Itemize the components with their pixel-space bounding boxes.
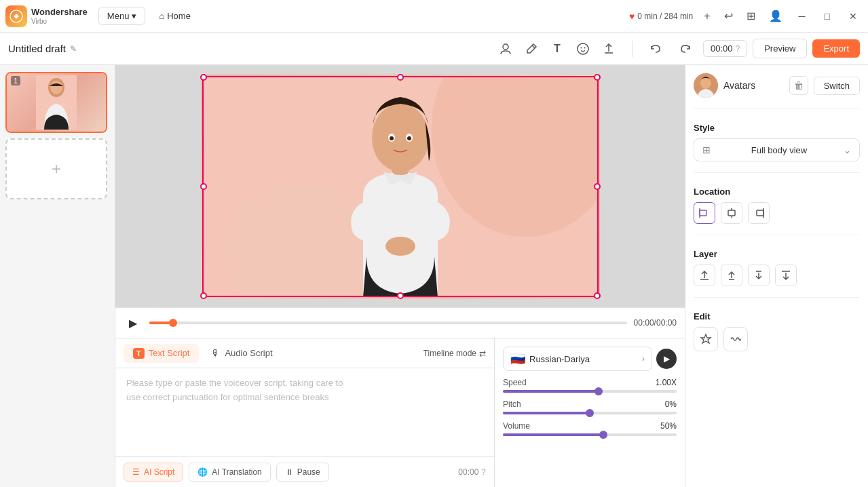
- logo-text: Wondershare Virbo: [31, 7, 88, 25]
- svg-point-3: [578, 43, 588, 54]
- speed-slider[interactable]: [503, 390, 677, 393]
- play-button[interactable]: ▶: [124, 313, 143, 332]
- edit-wave-button[interactable]: [723, 327, 748, 351]
- script-left: T Text Script 🎙 Audio Script Timeline mo…: [115, 338, 495, 487]
- topbar-right: ♥ 0 min / 284 min + ↩ ⊞ 👤 ─ □ ✕: [629, 7, 863, 25]
- pitch-slider[interactable]: [503, 412, 677, 414]
- avatar-tool-button[interactable]: [493, 37, 518, 61]
- svg-line-2: [532, 45, 535, 48]
- svg-point-5: [584, 47, 585, 48]
- script-tabs: T Text Script 🎙 Audio Script Timeline mo…: [115, 338, 494, 368]
- speed-thumb[interactable]: [595, 387, 603, 395]
- play-voice-button[interactable]: ▶: [656, 349, 677, 369]
- svg-point-14: [372, 104, 429, 172]
- svg-point-20: [700, 77, 711, 89]
- delete-avatar-button[interactable]: 🗑: [789, 76, 808, 95]
- layout-button[interactable]: ⊞: [744, 7, 758, 25]
- time-display: 00:00/00:00: [634, 318, 677, 328]
- pause-icon: ⏸: [285, 467, 293, 477]
- emoji-tool-button[interactable]: [571, 37, 595, 61]
- volume-slider[interactable]: [503, 433, 677, 436]
- menu-button[interactable]: Menu ▾: [98, 7, 146, 25]
- voice-selector[interactable]: 🇷🇺 Russian-Dariya ›: [503, 347, 652, 371]
- pitch-label: Pitch: [503, 400, 521, 409]
- brush-tool-button[interactable]: [519, 37, 544, 61]
- layer-up-button[interactable]: [721, 265, 742, 286]
- slide-thumbnail: [7, 73, 106, 132]
- topbar: Wondershare Virbo Menu ▾ ⌂ Home ♥ 0 min …: [0, 0, 868, 33]
- script-actions: ☰ AI Script 🌐 AI Translation ⏸ Pause 00:…: [115, 456, 494, 487]
- align-center-button[interactable]: [721, 202, 742, 224]
- align-left-button[interactable]: [694, 202, 715, 224]
- divider-3: [694, 235, 860, 235]
- divider-1: [694, 109, 860, 109]
- minimize-button[interactable]: ─: [793, 8, 811, 24]
- timer-help-icon[interactable]: ?: [735, 44, 740, 54]
- maximize-button[interactable]: □: [819, 8, 835, 24]
- slide-item[interactable]: 1: [5, 72, 107, 133]
- script-body[interactable]: Please type or paste the voiceover scrip…: [115, 368, 494, 456]
- file-title-text: Untitled draft: [8, 43, 66, 54]
- canvas-content: [201, 75, 600, 298]
- tab-audio-script[interactable]: 🎙 Audio Script: [202, 344, 282, 363]
- canvas-column: ▶ 00:00/00:00 T Text Script 🎙 Audio Scri…: [115, 65, 685, 487]
- pitch-thumb[interactable]: [586, 409, 594, 417]
- progress-track[interactable]: [149, 322, 627, 324]
- style-select[interactable]: ⊞ Full body view ⌄: [694, 138, 860, 161]
- style-select-icon: ⊞: [702, 144, 711, 155]
- layer-to-top-button[interactable]: [694, 265, 715, 286]
- undo-button[interactable]: [643, 37, 668, 61]
- tab-text-script[interactable]: T Text Script: [124, 344, 199, 363]
- layer-section-title: Layer: [694, 249, 860, 259]
- heart-icon: ♥: [629, 11, 635, 22]
- svg-point-1: [503, 44, 508, 50]
- avatar-header: Avatars 🗑 Switch: [694, 73, 860, 98]
- style-section: Style ⊞ Full body view ⌄: [694, 120, 860, 161]
- progress-thumb[interactable]: [169, 319, 177, 327]
- location-section: Location: [694, 184, 860, 224]
- edit-section-title: Edit: [694, 311, 860, 322]
- script-timer-help[interactable]: ?: [481, 467, 486, 477]
- layer-to-bottom-button[interactable]: [775, 265, 797, 286]
- timeline-bar: ▶ 00:00/00:00: [115, 307, 685, 338]
- pause-button[interactable]: ⏸ Pause: [276, 463, 329, 482]
- switch-avatar-button[interactable]: Switch: [814, 77, 860, 95]
- svg-rect-26: [757, 210, 763, 216]
- align-right-button[interactable]: [748, 202, 770, 224]
- file-title-area: Untitled draft ✎: [8, 43, 77, 54]
- credits-display: ♥ 0 min / 284 min: [629, 11, 693, 22]
- voice-name: Russian-Dariya: [529, 354, 638, 364]
- style-chevron-icon: ⌄: [844, 145, 851, 155]
- style-select-value: Full body view: [751, 145, 807, 155]
- text-script-icon: T: [133, 348, 145, 359]
- ai-translation-button[interactable]: 🌐 AI Translation: [189, 463, 270, 482]
- pitch-value: 0%: [665, 400, 677, 409]
- speed-value: 1.00X: [656, 378, 677, 387]
- volume-thumb[interactable]: [599, 431, 607, 439]
- svg-point-4: [580, 47, 582, 48]
- add-slide-button[interactable]: +: [5, 138, 107, 199]
- svg-rect-21: [700, 210, 706, 216]
- export-button[interactable]: Export: [812, 39, 860, 58]
- edit-title-icon[interactable]: ✎: [70, 44, 77, 54]
- upload-tool-button[interactable]: [597, 37, 621, 61]
- home-button[interactable]: ⌂ Home: [151, 7, 199, 24]
- text-tool-button[interactable]: T: [545, 37, 569, 61]
- account-button[interactable]: 👤: [766, 7, 785, 25]
- add-button[interactable]: +: [701, 7, 713, 25]
- close-button[interactable]: ✕: [844, 8, 863, 24]
- ai-script-button[interactable]: ☰ AI Script: [124, 463, 183, 482]
- layer-down-button[interactable]: [748, 265, 770, 286]
- redo-button[interactable]: [673, 37, 698, 61]
- timeline-mode-toggle[interactable]: Timeline mode ⇄: [423, 349, 486, 358]
- history-button[interactable]: ↩: [721, 7, 736, 25]
- timeline-mode-icon: ⇄: [479, 349, 486, 358]
- audio-script-icon: 🎙: [211, 348, 221, 359]
- volume-value: 50%: [660, 421, 677, 431]
- preview-button[interactable]: Preview: [753, 39, 807, 58]
- divider-4: [694, 297, 860, 298]
- canvas-viewport[interactable]: [115, 65, 685, 307]
- script-panel: T Text Script 🎙 Audio Script Timeline mo…: [115, 338, 685, 487]
- svg-point-12: [385, 237, 415, 256]
- edit-crop-button[interactable]: [694, 327, 718, 351]
